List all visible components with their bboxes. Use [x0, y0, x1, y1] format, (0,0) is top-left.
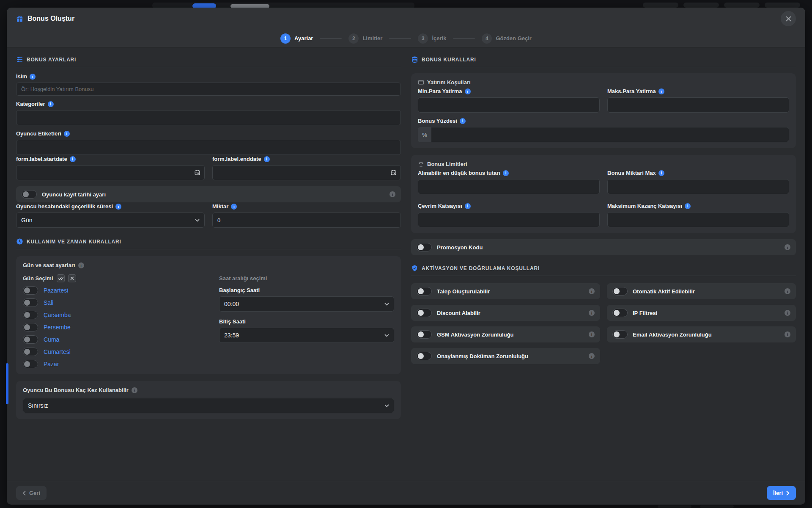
info-icon[interactable]	[70, 156, 76, 162]
day-toggle-pazar[interactable]	[23, 360, 38, 368]
info-icon[interactable]	[132, 387, 137, 393]
info-icon[interactable]	[589, 353, 595, 359]
day-label: Pazar	[44, 361, 59, 367]
section-title: BONUS KURALLARI	[422, 57, 476, 63]
info-icon[interactable]	[64, 131, 70, 137]
day-toggle-cuma[interactable]	[23, 335, 38, 344]
info-icon[interactable]	[30, 74, 36, 80]
min-deposit-input[interactable]	[418, 97, 600, 113]
promo-code-toggle[interactable]	[417, 243, 432, 251]
select-value: 00:00	[224, 301, 239, 307]
info-icon[interactable]	[658, 170, 664, 176]
section-title: AKTİVASYON VE DOĞRULAMA KOŞULLARI	[422, 265, 540, 271]
day-row: Pazar	[23, 360, 209, 368]
step-icerik[interactable]: 3 İçerik	[418, 33, 446, 44]
start-date-input[interactable]	[16, 165, 205, 180]
dokuman-toggle[interactable]	[417, 352, 432, 360]
info-icon[interactable]	[785, 310, 790, 316]
info-icon[interactable]	[589, 310, 595, 316]
info-icon[interactable]	[48, 101, 54, 107]
end-date-input[interactable]	[212, 165, 401, 180]
email-toggle[interactable]	[612, 330, 628, 339]
promo-code-toggle-bar: Promosyon Kodu	[411, 239, 796, 255]
day-toggle-persembe[interactable]	[23, 323, 38, 331]
validity-label: Oyuncu hesabındaki geçerlilik süresi	[16, 203, 205, 210]
wager-label: Çevrim Katsayısı	[418, 203, 600, 209]
info-icon[interactable]	[589, 288, 595, 294]
categories-input[interactable]	[16, 110, 401, 125]
toggle-label: GSM Aktivasyon Zorunluluğu	[437, 331, 514, 338]
info-icon[interactable]	[589, 331, 595, 337]
info-icon[interactable]	[390, 191, 395, 197]
min-bonus-input[interactable]	[418, 179, 600, 194]
info-icon[interactable]	[115, 204, 121, 210]
name-input[interactable]	[16, 83, 401, 96]
bonus-percent-input[interactable]	[431, 127, 789, 142]
day-toggle-pazartesi[interactable]	[23, 286, 38, 295]
talep-toggle[interactable]	[417, 287, 432, 295]
info-icon[interactable]	[264, 156, 270, 162]
end-time-select[interactable]: 23:59	[219, 328, 394, 343]
max-bonus-label: Bonus Miktari Max	[607, 170, 789, 176]
ip-filter-toggle[interactable]	[612, 309, 628, 317]
chevron-right-icon	[786, 491, 790, 496]
step-limitler[interactable]: 2 Limitler	[348, 33, 382, 44]
info-icon[interactable]	[460, 118, 466, 124]
back-button[interactable]: Geri	[16, 486, 47, 500]
info-icon[interactable]	[465, 203, 471, 209]
info-icon[interactable]	[465, 88, 471, 94]
max-deposit-input[interactable]	[607, 97, 789, 113]
info-icon[interactable]	[685, 203, 691, 209]
info-icon[interactable]	[503, 170, 509, 176]
info-icon[interactable]	[785, 244, 790, 250]
day-toggle-carsamba[interactable]	[23, 311, 38, 319]
step-label: Gözden Geçir	[496, 35, 532, 41]
amount-input[interactable]	[212, 213, 401, 228]
step-number: 4	[482, 33, 492, 44]
step-label: İçerik	[432, 35, 446, 41]
toggle-label: Talep Oluşturulabilir	[437, 288, 490, 295]
min-deposit-label: Min.Para Yatirma	[418, 88, 600, 94]
info-icon[interactable]	[785, 331, 790, 337]
day-toggle-sali[interactable]	[23, 298, 38, 307]
step-connector	[453, 38, 475, 39]
gsm-toggle[interactable]	[417, 330, 432, 339]
start-time-select[interactable]: 00:00	[219, 296, 394, 312]
bonus-limits-panel: Bonus Limitleri Alınabilir en düşük bonu…	[411, 155, 796, 233]
modal-header: Bonus Oluştur	[7, 8, 805, 30]
step-number: 3	[418, 33, 428, 44]
usage-count-select[interactable]: Sınırsız	[23, 398, 394, 413]
step-gozden-gecir[interactable]: 4 Gözden Geçir	[482, 33, 532, 44]
section-title: KULLANIM VE ZAMAN KURALLARI	[27, 239, 121, 245]
max-win-input[interactable]	[607, 212, 789, 227]
registration-date-toggle[interactable]	[22, 190, 37, 199]
day-label: Çarsamba	[44, 312, 71, 318]
select-all-days-button[interactable]	[57, 274, 65, 282]
toggle-label: Discount Alabilir	[437, 310, 480, 316]
step-ayarlar[interactable]: 1 Ayarlar	[280, 33, 313, 44]
day-row: Cumartesi	[23, 348, 209, 356]
info-icon[interactable]	[658, 88, 664, 94]
day-toggle-cumartesi[interactable]	[23, 348, 38, 356]
step-connector	[389, 38, 411, 39]
step-number: 2	[348, 33, 359, 44]
toggle-label: Email Aktivasyon Zorunluluğu	[633, 331, 712, 338]
max-bonus-input[interactable]	[607, 179, 789, 194]
select-value: Sınırsız	[28, 402, 48, 409]
info-icon[interactable]	[231, 204, 237, 210]
info-icon[interactable]	[785, 288, 790, 294]
discount-toggle[interactable]	[417, 309, 432, 317]
percent-prefix: %	[418, 127, 431, 142]
otomatik-toggle[interactable]	[612, 287, 628, 295]
info-icon[interactable]	[78, 262, 84, 268]
clear-days-button[interactable]	[68, 274, 76, 282]
next-button[interactable]: İleri	[767, 486, 796, 500]
close-icon[interactable]	[781, 11, 796, 26]
sliders-icon	[16, 56, 23, 63]
day-row: Cuma	[23, 335, 209, 344]
calendar-icon	[194, 169, 200, 176]
validity-select[interactable]: Gün	[16, 213, 205, 228]
background-bottom-fragment	[700, 505, 734, 508]
player-tags-input[interactable]	[16, 140, 401, 155]
wager-input[interactable]	[418, 212, 600, 227]
